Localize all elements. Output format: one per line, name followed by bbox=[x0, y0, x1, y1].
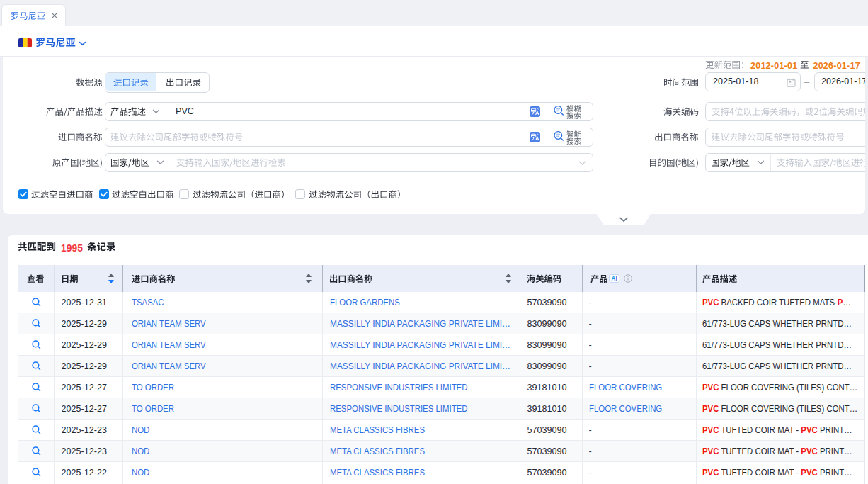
svg-text:AI: AI bbox=[611, 275, 617, 282]
